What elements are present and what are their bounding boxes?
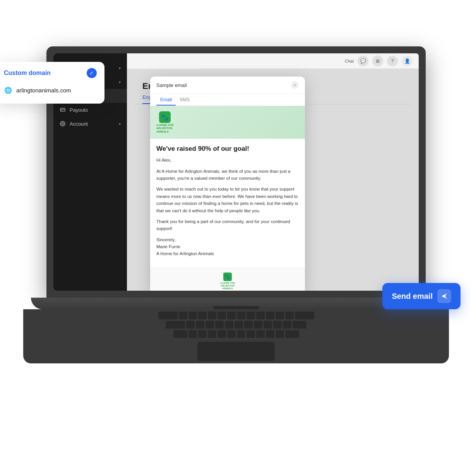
modal-header: Sample email ×	[150, 77, 305, 94]
chat-icon[interactable]: 💬	[358, 56, 368, 66]
email-signoff: Sincerely, Marie Furrie A Home for Arlin…	[156, 236, 299, 257]
key-period	[266, 330, 274, 338]
key-u	[237, 312, 245, 319]
email-para1: At A Home for Arlington Animals, we thin…	[156, 168, 299, 182]
key-g	[225, 321, 233, 329]
key-k	[254, 321, 262, 329]
paw-icon: 🐾	[159, 111, 171, 123]
footer-logo: 🐾 A HOME FOR ARLINGTON ANIMALS	[220, 273, 235, 290]
key-semi	[273, 321, 282, 329]
modal-close-button[interactable]: ×	[291, 81, 299, 89]
send-email-label: Send email	[392, 292, 433, 301]
raise-chevron: ▾	[119, 66, 121, 70]
laptop-base	[31, 298, 441, 309]
user-avatar[interactable]: 👤	[402, 56, 413, 66]
payouts-label: Payouts	[70, 107, 88, 113]
check-circle-icon: ✓	[87, 68, 97, 78]
key-a	[186, 321, 195, 329]
key-c	[208, 330, 216, 338]
svg-rect-8	[60, 108, 65, 111]
key-bracket-l	[276, 312, 284, 319]
key-v	[217, 330, 226, 338]
email-footer: 🐾 A HOME FOR ARLINGTON ANIMALS	[150, 268, 305, 291]
settings-icon[interactable]: ⊞	[372, 56, 383, 66]
key-caps	[166, 321, 185, 329]
modal-overlay: Sample email × Email SMS	[127, 69, 419, 291]
key-y	[227, 312, 236, 319]
trackpad	[197, 342, 275, 361]
keyboard-row-2	[166, 321, 306, 329]
main-content: Chat 💬 ⊞ ? 👤 Engage Engage	[127, 53, 419, 291]
key-w	[188, 312, 197, 319]
key-t	[217, 312, 226, 319]
key-o	[256, 312, 265, 319]
email-para2: We wanted to reach out to you today to l…	[156, 186, 299, 214]
key-j	[244, 321, 253, 329]
key-s	[196, 321, 204, 329]
modal-title: Sample email	[156, 82, 187, 88]
laptop-keyboard	[23, 309, 449, 363]
key-q	[179, 312, 187, 319]
account-label: Account	[70, 121, 88, 127]
key-x	[198, 330, 207, 338]
email-headline: We've raised 90% of our goal!	[156, 145, 299, 153]
chat-label: Chat	[345, 59, 354, 63]
globe-icon: 🌐	[4, 86, 12, 94]
key-shift-l	[173, 330, 187, 338]
email-para3: Thank you for being a part of our commun…	[156, 218, 299, 232]
laptop-container: Custom domain ✓ 🌐 arlingtonanimals.com	[46, 46, 426, 348]
account-icon	[60, 121, 66, 127]
svg-point-10	[61, 110, 62, 111]
key-f	[215, 321, 224, 329]
sidebar-item-payouts[interactable]: Payouts	[53, 103, 127, 117]
key-p	[266, 312, 274, 319]
key-r	[208, 312, 216, 319]
key-l	[264, 321, 272, 329]
laptop-screen: Raise ▾	[53, 53, 419, 291]
track-chevron: ▾	[119, 80, 121, 84]
modal-tab-sms[interactable]: SMS	[176, 94, 193, 106]
key-enter	[293, 321, 306, 329]
key-delete	[295, 312, 314, 319]
key-e	[198, 312, 207, 319]
org-logo: 🐾 A HOME FOR ARLINGTON ANIMALS	[156, 111, 173, 133]
domain-text: arlingtonanimals.com	[16, 87, 71, 94]
key-tab	[158, 312, 178, 319]
key-bracket-r	[285, 312, 294, 319]
send-email-button[interactable]: Send email	[382, 283, 461, 309]
key-n	[237, 330, 245, 338]
key-z	[188, 330, 197, 338]
org-name-small: A HOME FOR ARLINGTON ANIMALS	[156, 124, 173, 133]
send-icon	[437, 289, 451, 303]
keyboard-row-1	[158, 312, 314, 319]
key-b	[227, 330, 236, 338]
key-m	[247, 330, 255, 338]
modal-body: 🐾 A HOME FOR ARLINGTON ANIMALS	[150, 106, 305, 291]
account-chevron: ▾	[119, 122, 121, 126]
footer-paw-icon: 🐾	[223, 273, 232, 281]
svg-point-12	[62, 123, 64, 125]
key-i	[247, 312, 255, 319]
help-icon[interactable]: ?	[387, 56, 398, 66]
key-h	[235, 321, 243, 329]
custom-domain-card: Custom domain ✓ 🌐 arlingtonanimals.com	[0, 62, 104, 104]
top-bar: Chat 💬 ⊞ ? 👤	[200, 53, 419, 69]
key-comma	[256, 330, 265, 338]
key-slash	[276, 330, 284, 338]
key-quote	[283, 321, 291, 329]
email-content: We've raised 90% of our goal! Hi Alex, A…	[150, 139, 305, 268]
keyboard-row-3	[173, 330, 299, 338]
key-shift-r	[285, 330, 299, 338]
payouts-icon	[60, 107, 66, 113]
footer-org-name: A HOME FOR ARLINGTON ANIMALS	[220, 282, 235, 290]
key-d	[205, 321, 214, 329]
sample-email-modal: Sample email × Email SMS	[150, 77, 305, 291]
sidebar-item-account[interactable]: Account ▾	[53, 117, 127, 131]
email-banner: 🐾 A HOME FOR ARLINGTON ANIMALS	[150, 106, 305, 139]
custom-domain-title: Custom domain	[4, 70, 51, 77]
email-greeting: Hi Alex,	[156, 157, 299, 164]
modal-tab-email[interactable]: Email	[156, 94, 176, 106]
